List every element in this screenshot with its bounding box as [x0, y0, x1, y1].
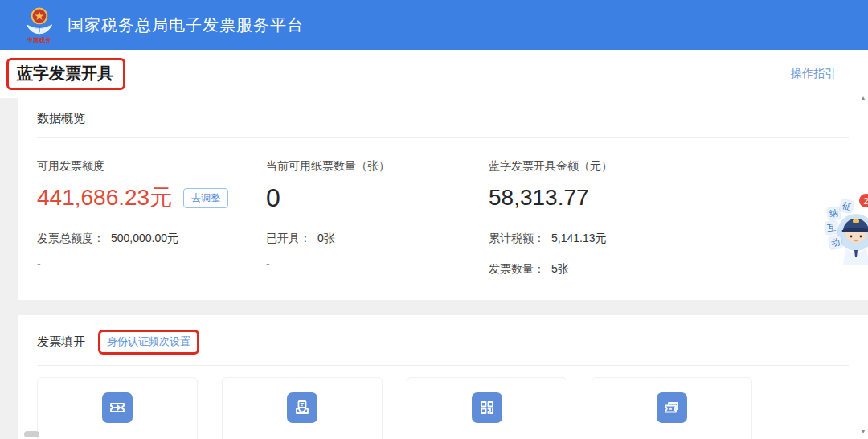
- data-overview-panel: 数据概览 可用发票额度 441,686.23元 去调整 发票总额度：500,00…: [18, 98, 868, 300]
- qrcode-icon: [472, 392, 502, 423]
- invoice-type-cards: [37, 377, 849, 439]
- guide-link[interactable]: 操作指引: [791, 67, 836, 81]
- available-quota-value: 441,686.23元: [37, 183, 172, 213]
- fill-section-title: 发票填开: [37, 334, 85, 350]
- stat-label: 可用发票额度: [37, 159, 248, 174]
- card-blue-invoice[interactable]: [37, 377, 198, 439]
- tax-emblem-logo: 中国税务: [21, 7, 58, 43]
- ticket-arrow-icon: [102, 392, 133, 423]
- mascot-char-tag: 动: [829, 236, 842, 249]
- mascot-char-tag: 互: [825, 221, 837, 234]
- stat-paper-invoices: 当前可用纸票数量（张） 0 已开具：0张 -: [248, 159, 469, 277]
- annotation-box-auth-link: 身份认证频次设置: [98, 330, 199, 355]
- scroll-down-arrow[interactable]: ▼: [858, 429, 868, 434]
- stat-label: 蓝字发票开具金额（元）: [489, 159, 849, 174]
- horizontal-scrollbar-thumb[interactable]: [24, 431, 39, 437]
- national-emblem-icon: [24, 7, 55, 36]
- overview-section-title: 数据概览: [37, 111, 849, 126]
- annotation-box-title: 蓝字发票开具: [6, 58, 125, 90]
- app-header: 中国税务 国家税务总局电子发票服务平台: [0, 0, 868, 50]
- auth-frequency-link[interactable]: 身份认证频次设置: [107, 334, 190, 349]
- dash-row: -: [37, 257, 248, 270]
- main-content: 数据概览 可用发票额度 441,686.23元 去调整 发票总额度：500,00…: [0, 98, 868, 439]
- stats-row: 可用发票额度 441,686.23元 去调整 发票总额度：500,000.00元…: [37, 138, 849, 277]
- scroll-up-arrow[interactable]: ▲: [858, 95, 868, 101]
- tax-total-row: 累计税额：5,141.13元: [489, 232, 849, 246]
- invoice-count-row: 发票数量：5张: [489, 262, 849, 277]
- page-title-bar: 蓝字发票开具 操作指引: [0, 50, 868, 98]
- invoice-stack-icon: [657, 392, 687, 423]
- vertical-scrollbar[interactable]: ▲ ▼: [858, 95, 868, 439]
- card-invoice-stack[interactable]: [592, 377, 752, 439]
- invoice-printer-icon: [287, 392, 317, 423]
- total-quota-row: 发票总额度：500,000.00元: [37, 232, 248, 246]
- issued-row: 已开具：0张: [266, 232, 469, 246]
- stat-blue-invoice-amount: 蓝字发票开具金额（元） 58,313.77 累计税额：5,141.13元 发票数…: [469, 159, 849, 277]
- paper-invoice-count: 0: [266, 183, 280, 213]
- section-divider: [37, 365, 849, 366]
- stat-available-quota: 可用发票额度 441,686.23元 去调整 发票总额度：500,000.00元…: [37, 159, 248, 277]
- invoice-fill-panel: 发票填开 身份认证频次设置: [18, 315, 868, 439]
- platform-title: 国家税务总局电子发票服务平台: [68, 14, 304, 36]
- dash-row: -: [266, 257, 469, 270]
- notification-badge: 2: [859, 194, 868, 207]
- mascot-char-tag: 纳: [827, 207, 841, 220]
- card-qrcode-invoice[interactable]: [407, 377, 567, 439]
- logo-caption: 中国税务: [27, 37, 51, 43]
- page-title: 蓝字发票开具: [17, 64, 113, 83]
- stat-label: 当前可用纸票数量（张）: [266, 159, 469, 174]
- card-paper-invoice[interactable]: [222, 377, 383, 439]
- adjust-quota-button[interactable]: 去调整: [183, 188, 228, 208]
- blue-invoice-amount: 58,313.77: [489, 185, 589, 211]
